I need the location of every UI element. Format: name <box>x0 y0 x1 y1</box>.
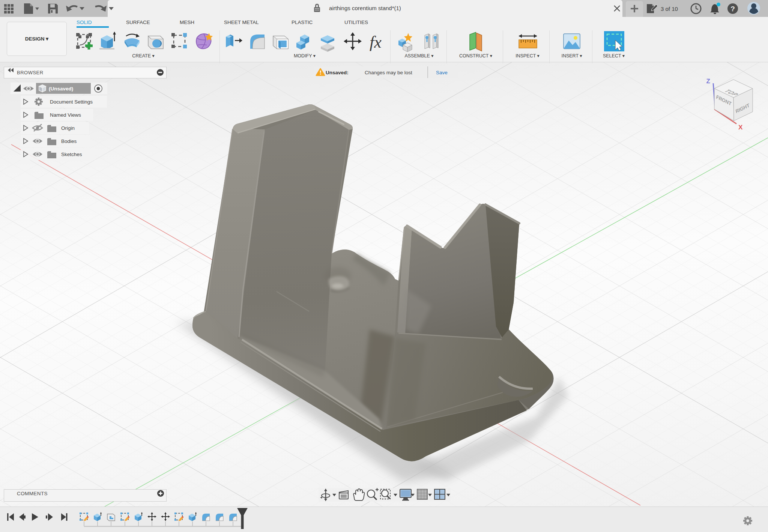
svg-text:Named Views: Named Views <box>50 112 81 118</box>
svg-text:Unsaved:: Unsaved: <box>326 70 349 75</box>
svg-text:BROWSER: BROWSER <box>17 70 44 75</box>
svg-text:Z: Z <box>706 78 710 85</box>
svg-text:Origin: Origin <box>61 125 75 131</box>
svg-text:COMMENTS: COMMENTS <box>17 491 48 496</box>
svg-text:Sketches: Sketches <box>61 152 82 157</box>
svg-text:?: ? <box>730 5 735 13</box>
svg-text:X: X <box>738 124 743 131</box>
svg-text:(Unsaved): (Unsaved) <box>49 86 73 92</box>
svg-text:Bodies: Bodies <box>61 138 77 144</box>
svg-text:3 of 10: 3 of 10 <box>661 6 678 12</box>
svg-text:Save: Save <box>436 70 448 75</box>
svg-text:fx: fx <box>370 33 382 51</box>
svg-text:Changes may be lost: Changes may be lost <box>365 70 412 75</box>
svg-text:Document Settings: Document Settings <box>50 99 93 105</box>
